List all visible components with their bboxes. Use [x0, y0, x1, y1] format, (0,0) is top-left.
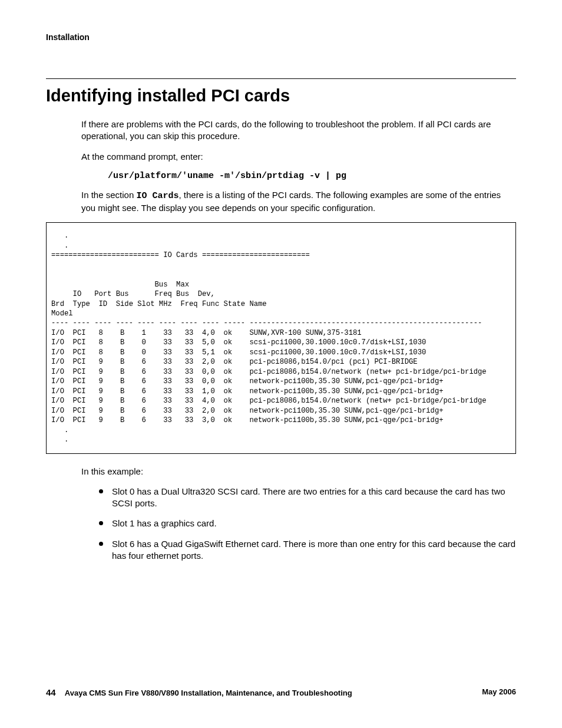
- body-text: If there are problems with the PCI cards…: [81, 118, 516, 214]
- footer-left: 44 Avaya CMS Sun Fire V880/V890 Installa…: [46, 687, 352, 697]
- list-item: Slot 1 has a graphics card.: [99, 518, 516, 529]
- page-footer: 44 Avaya CMS Sun Fire V880/V890 Installa…: [46, 687, 516, 697]
- intro3a: In the section: [81, 190, 136, 200]
- intro-paragraph-3: In the section IO Cards, there is a list…: [81, 189, 516, 215]
- rule-top: [46, 78, 516, 79]
- page: Installation Identifying installed PCI c…: [0, 0, 562, 728]
- intro-paragraph-1: If there are problems with the PCI cards…: [81, 118, 516, 143]
- example-label: In this example:: [81, 466, 516, 477]
- command-line: /usr/platform/'uname -m'/sbin/prtdiag -v…: [108, 171, 516, 181]
- doc-title: Avaya CMS Sun Fire V880/V890 Installatio…: [65, 689, 352, 697]
- list-item: Slot 6 has a Quad GigaSwift Ethernet car…: [99, 538, 516, 562]
- example-section: In this example: Slot 0 has a Dual Ultra…: [81, 466, 516, 562]
- bullet-list: Slot 0 has a Dual Ultra320 SCSI card. Th…: [99, 486, 516, 562]
- io-cards-code: IO Cards: [136, 191, 178, 201]
- page-number: 44: [46, 687, 56, 697]
- footer-date: May 2006: [482, 687, 516, 697]
- intro-paragraph-2: At the command prompt, enter:: [81, 151, 516, 163]
- code-output-box: . . ========================= IO Cards =…: [46, 222, 516, 453]
- list-item: Slot 0 has a Dual Ultra320 SCSI card. Th…: [99, 486, 516, 510]
- header-section-label: Installation: [46, 32, 516, 42]
- page-title: Identifying installed PCI cards: [46, 86, 516, 106]
